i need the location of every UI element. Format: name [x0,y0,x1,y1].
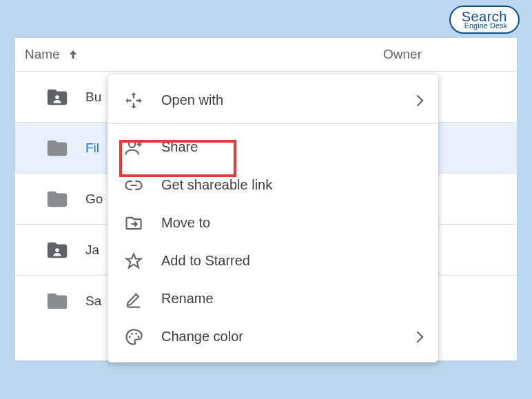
link-icon [124,176,143,195]
menu-move-to[interactable]: Move to [108,204,438,242]
menu-label: Change color [161,329,413,345]
brand-logo-sub: Engine Desk [462,22,507,30]
menu-label: Add to Starred [161,253,422,269]
move-to-folder-icon [124,214,143,233]
folder-icon [45,289,69,313]
svg-point-0 [55,95,59,99]
svg-point-2 [129,141,135,147]
menu-open-with[interactable]: Open with [108,81,438,119]
menu-label: Open with [161,92,413,108]
folder-icon [45,136,69,160]
column-header-row: Name Owner [15,38,517,71]
pencil-icon [124,289,143,309]
menu-share[interactable]: Share [108,128,438,166]
menu-label: Get shareable link [161,177,422,193]
menu-add-starred[interactable]: Add to Starred [108,242,438,280]
svg-point-3 [129,336,131,338]
menu-rename[interactable]: Rename [108,280,438,318]
star-icon [124,252,143,271]
brand-logo: Search Engine Desk [449,6,520,34]
svg-point-1 [55,248,59,252]
context-menu: Open with Share Get shareable link Move … [108,74,438,362]
menu-label: Share [161,139,422,155]
menu-get-link[interactable]: Get shareable link [108,166,438,204]
palette-icon [124,327,143,347]
folder-icon [45,187,69,211]
column-header-name-label: Name [25,47,60,62]
shared-folder-icon [45,238,69,262]
sort-ascending-icon [67,48,79,61]
person-add-icon [124,138,143,157]
svg-point-4 [131,332,133,334]
column-header-name[interactable]: Name [25,47,383,62]
menu-label: Rename [161,291,422,307]
svg-point-6 [138,336,140,338]
svg-point-5 [135,332,137,334]
column-header-owner[interactable]: Owner [383,47,507,62]
chevron-right-icon [412,331,424,342]
chevron-right-icon [412,94,424,106]
menu-label: Move to [161,215,422,231]
menu-divider [108,123,438,124]
open-with-icon [124,91,143,110]
column-header-owner-label: Owner [383,47,422,61]
menu-change-color[interactable]: Change color [108,318,438,356]
shared-folder-icon [45,85,69,109]
